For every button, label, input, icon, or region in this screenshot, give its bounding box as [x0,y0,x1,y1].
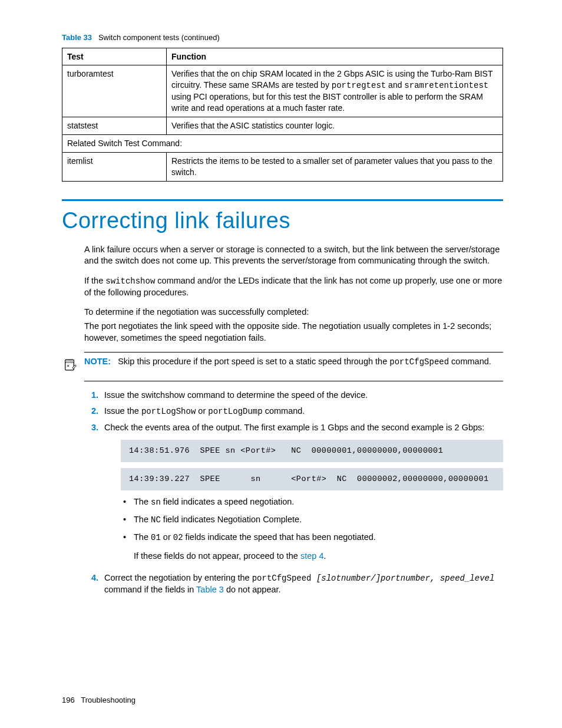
table-caption-text: Switch component tests (continued) [98,33,220,42]
page-footer: 196 Troubleshooting [62,695,135,706]
table-row: Related Switch Test Command: [62,134,503,152]
switch-component-tests-table: Test Function turboramtest Verifies that… [62,48,503,182]
table-3-link[interactable]: Table 3 [196,585,224,594]
step-number: 3. [84,422,104,568]
section-divider [62,199,503,201]
step-number: 2. [84,406,104,417]
step-text: Check the events area of the output. The… [104,422,503,568]
paragraph: To determine if the negotiation was succ… [84,307,503,318]
note-label: NOTE: [84,357,111,366]
list-item: 4. Correct the negotiation by entering t… [84,572,503,595]
step-text: Issue the switchshow command to determin… [104,390,503,401]
list-item: 2. Issue the portLogShow or portLogDump … [84,406,503,417]
step-4-link[interactable]: step 4 [300,551,324,561]
svg-point-2 [68,361,68,361]
cell-test: statstest [62,117,167,135]
table-row: turboramtest Verifies that the on chip S… [62,65,503,117]
cell-function: Verifies that the on chip SRAM located i… [167,65,503,117]
code-block: 14:38:51.976 SPEE sn <Port#> NC 00000001… [121,440,503,462]
note-top-rule [84,352,503,353]
paragraph: If the switchshow command and/or the LED… [84,275,503,298]
svg-point-4 [71,361,71,361]
step-text: Issue the portLogShow or portLogDump com… [104,406,503,417]
table-header-row: Test Function [62,48,503,65]
col-header-test: Test [62,48,167,65]
cell-function: Verifies that the ASIC statistics counte… [167,117,503,135]
list-item: The 01 or 02 fields indicate the speed t… [121,532,503,562]
note-bottom-rule [84,381,503,381]
code-block: 14:39:39.227 SPEE sn <Port#> NC 00000002… [121,468,503,490]
paragraph: The port negotiates the link speed with … [84,321,503,344]
note-icon [62,357,77,373]
table-row: itemlist Restricts the items to be teste… [62,152,503,181]
list-item: The NC field indicates Negotiation Compl… [121,514,503,526]
svg-point-3 [69,361,70,361]
page-number: 196 [62,696,75,704]
table-number: Table 33 [62,33,92,42]
list-item: 1. Issue the switchshow command to deter… [84,390,503,401]
cell-test: turboramtest [62,65,167,117]
step-number: 4. [84,572,104,595]
section-heading: Correcting link failures [62,206,503,236]
cell-function: Restricts the items to be tested to a sm… [167,152,503,181]
step-text: Correct the negotiation by entering the … [104,572,503,595]
cell-span: Related Switch Test Command: [62,134,503,152]
table-row: statstest Verifies that the ASIC statist… [62,117,503,135]
procedure-list: 1. Issue the switchshow command to deter… [84,390,503,596]
footer-section: Troubleshooting [81,696,135,704]
list-item: 3. Check the events area of the output. … [84,422,503,568]
cell-test: itemlist [62,152,167,181]
col-header-function: Function [167,48,503,65]
list-item: The sn field indicates a speed negotiati… [121,496,503,508]
note-text: NOTE: Skip this procedure if the port sp… [84,356,503,368]
svg-point-5 [72,361,72,361]
step-number: 1. [84,390,104,401]
sub-paragraph: If these fields do not appear, proceed t… [134,551,503,562]
note-block: NOTE: Skip this procedure if the port sp… [62,352,503,381]
paragraph: A link failure occurs when a server or s… [84,244,503,267]
bullet-list: The sn field indicates a speed negotiati… [121,496,503,562]
table-caption: Table 33 Switch component tests (continu… [62,32,503,43]
svg-point-1 [66,361,67,361]
